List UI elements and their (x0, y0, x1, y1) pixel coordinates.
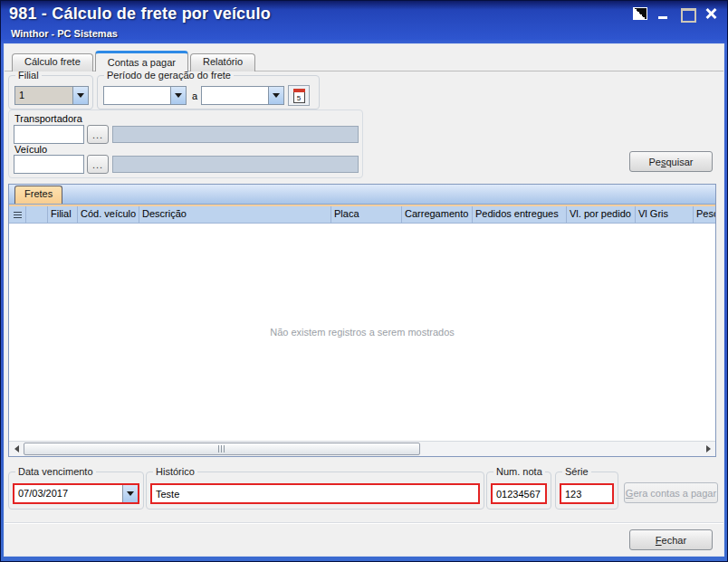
window-controls (633, 7, 718, 20)
grid-tab-fretes[interactable]: Fretes (14, 186, 62, 204)
periodo-groupbox: Período de geração do frete a 5 (97, 75, 320, 110)
grid-tab-band: Fretes (9, 185, 715, 205)
fechar-button[interactable]: Fechar (629, 529, 713, 550)
serie-label: Série (562, 466, 591, 477)
veiculo-label: Veículo (14, 144, 47, 155)
lookup-panel: Transportadora ... Veículo ... (8, 110, 363, 178)
data-vencimento-select[interactable]: 07/03/2017 (13, 483, 139, 504)
transportadora-code-input[interactable] (14, 125, 84, 144)
data-vencimento-groupbox: Data vencimento 07/03/2017 (8, 472, 144, 510)
filial-value: 1 (15, 87, 72, 104)
tab-relatorio[interactable]: Relatório (190, 53, 255, 71)
scrollbar-thumb[interactable] (24, 443, 420, 455)
grid-header-blank[interactable] (25, 206, 47, 223)
grid-header-pedidos-entregues[interactable]: Pedidos entregues (472, 206, 566, 223)
grid-body: Não existem registros a serem mostrados (9, 224, 715, 441)
diagonal-square-icon[interactable] (633, 7, 647, 20)
grid-header-vl-gris[interactable]: Vl Gris (635, 206, 693, 223)
periodo-to-select[interactable] (201, 86, 284, 105)
historico-label: Histórico (153, 466, 197, 477)
fretes-grid-panel: Fretes Filial Cód. veículo Descrição Pla… (8, 184, 716, 457)
window-subtitle: Winthor - PC Sistemas (11, 28, 118, 39)
tab-contas-a-pagar[interactable]: Contas a pagar (95, 51, 188, 71)
veiculo-browse-button[interactable]: ... (87, 155, 109, 174)
periodo-to-value (202, 87, 268, 104)
veiculo-code-input[interactable] (14, 155, 84, 174)
serie-input[interactable]: 123 (560, 483, 614, 504)
grip-icon (218, 445, 225, 452)
scroll-right-icon[interactable] (701, 442, 715, 456)
grid-header-placa[interactable]: Placa (330, 206, 401, 223)
filial-select[interactable]: 1 (14, 86, 89, 105)
transportadora-name-field (112, 126, 359, 143)
footer-divider (5, 522, 723, 524)
chevron-down-icon[interactable] (170, 87, 186, 104)
grid-header-selector[interactable] (9, 206, 25, 223)
client-area: Cálculo frete Contas a pagar Relatório F… (5, 44, 723, 556)
tab-calculo-frete[interactable]: Cálculo frete (12, 53, 93, 71)
historico-groupbox: Histórico Teste (146, 472, 484, 510)
periodo-separator: a (192, 90, 197, 101)
serie-groupbox: Série 123 (555, 472, 618, 510)
filial-groupbox: Filial 1 (8, 75, 93, 110)
grid-header-peso[interactable]: Peso (693, 206, 715, 223)
grid-empty-message: Não existem registros a serem mostrados (270, 327, 455, 338)
app-window: 981 - Cálculo de frete por veículo Winth… (0, 0, 728, 562)
num-nota-groupbox: Num. nota 01234567 (486, 472, 551, 510)
calendar-button[interactable]: 5 (288, 85, 310, 106)
row-selector-icon (14, 212, 22, 220)
grid-header-row: Filial Cód. veículo Descrição Placa Carr… (9, 205, 715, 224)
grid-header-descricao[interactable]: Descrição (139, 206, 330, 223)
grid-header-cod-veiculo[interactable]: Cód. veículo (77, 206, 139, 223)
transportadora-label: Transportadora (14, 113, 82, 124)
grid-header-carregamento[interactable]: Carregamento (401, 206, 472, 223)
periodo-from-value (104, 87, 170, 104)
horizontal-scrollbar[interactable] (9, 441, 715, 456)
window-title: 981 - Cálculo de frete por veículo (9, 5, 271, 24)
pesquisar-button[interactable]: Pesquisar (629, 151, 713, 172)
grid-header-filial[interactable]: Filial (47, 206, 77, 223)
gera-contas-button[interactable]: Gera contas a pagar (624, 482, 718, 503)
periodo-from-select[interactable] (103, 86, 187, 105)
scroll-left-icon[interactable] (9, 442, 24, 456)
close-button[interactable] (704, 7, 718, 20)
page-tabstrip: Cálculo frete Contas a pagar Relatório (12, 51, 257, 71)
data-vencimento-value: 07/03/2017 (14, 485, 122, 502)
calendar-icon: 5 (293, 89, 305, 103)
transportadora-browse-button[interactable]: ... (87, 125, 109, 144)
data-vencimento-label: Data vencimento (15, 466, 96, 477)
titlebar[interactable]: 981 - Cálculo de frete por veículo Winth… (1, 1, 727, 44)
chevron-down-icon[interactable] (268, 87, 283, 104)
maximize-button[interactable] (680, 7, 694, 20)
historico-input[interactable]: Teste (150, 483, 480, 504)
chevron-down-icon[interactable] (122, 485, 138, 502)
minimize-button[interactable] (656, 7, 671, 20)
grid-header-vl-por-pedido[interactable]: Vl. por pedido (566, 206, 635, 223)
num-nota-label: Num. nota (493, 466, 545, 477)
veiculo-name-field (112, 156, 359, 173)
num-nota-input[interactable]: 01234567 (491, 483, 547, 504)
chevron-down-icon[interactable] (72, 87, 88, 104)
